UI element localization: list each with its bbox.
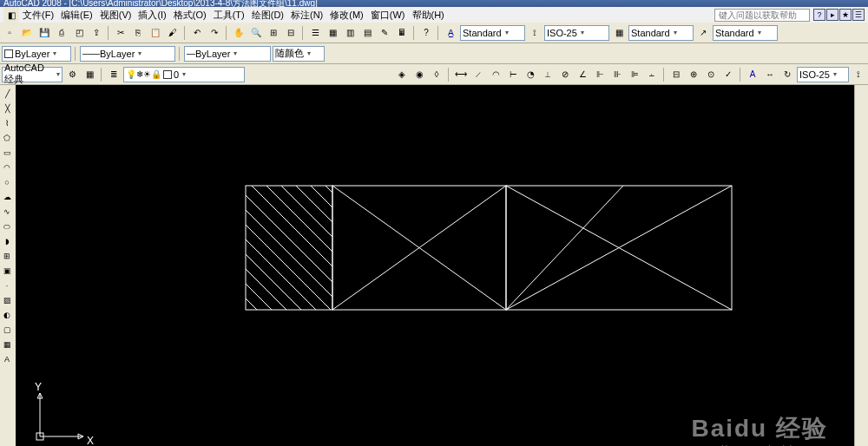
ws-lock-icon[interactable]: ▦	[82, 67, 97, 82]
markup-icon[interactable]: ✎	[377, 25, 392, 41]
help-search-input[interactable]	[714, 9, 810, 22]
dim-aligned-icon[interactable]: ⟋	[470, 67, 486, 82]
menu-view[interactable]: 视图(V)	[96, 8, 135, 23]
rect-icon[interactable]: ▭	[0, 146, 14, 160]
dim-break-icon[interactable]: ⊟	[668, 67, 684, 82]
dim-space-icon[interactable]: ⫠	[644, 67, 660, 82]
dim-style-dropdown[interactable]: ISO-25	[797, 67, 849, 82]
vertical-scrollbar[interactable]	[854, 85, 868, 446]
linetype-dropdown[interactable]: —— ByLayer	[80, 46, 175, 62]
line-icon[interactable]: ╱	[0, 87, 14, 101]
textstyle-icon[interactable]: A̲	[443, 25, 458, 41]
dim-continue-icon[interactable]: ⊫	[627, 67, 642, 82]
color-dropdown[interactable]: ByLayer	[2, 46, 71, 62]
layer-tool2-icon[interactable]: ◉	[411, 67, 427, 82]
toolpal-icon[interactable]: ▥	[342, 25, 358, 41]
menu-file[interactable]: 文件(F)	[19, 8, 57, 23]
menu-format[interactable]: 格式(O)	[170, 8, 210, 23]
calc-icon[interactable]: 🖩	[394, 25, 410, 41]
menu-help[interactable]: 帮助(H)	[409, 8, 448, 23]
dim-tedit-icon[interactable]: ↔	[762, 67, 778, 82]
revcloud-icon[interactable]: ☁	[0, 190, 14, 204]
table-icon[interactable]: ▦	[0, 338, 14, 351]
dim-ordinate-icon[interactable]: ⊢	[505, 67, 521, 82]
new-icon[interactable]: ▫	[2, 25, 17, 41]
sheetset-icon[interactable]: ▤	[359, 25, 375, 41]
tablestyle-dropdown[interactable]: Standard	[628, 25, 694, 41]
lineweight-dropdown[interactable]: — ByLayer	[184, 46, 271, 62]
copy-icon[interactable]: ⎘	[130, 25, 146, 41]
gradient-icon[interactable]: ◐	[0, 308, 14, 322]
point-icon[interactable]: ·	[0, 279, 14, 292]
ws-settings-icon[interactable]: ⚙	[64, 67, 80, 82]
mtext-icon[interactable]: A	[0, 352, 14, 366]
help2-icon[interactable]: ?	[418, 25, 434, 41]
hatch-icon[interactable]: ▨	[0, 293, 14, 307]
dim-linear-icon[interactable]: ⟷	[453, 67, 469, 82]
menu-insert[interactable]: 插入(I)	[135, 8, 169, 23]
dim-diameter-icon[interactable]: ⊘	[557, 67, 573, 82]
insert-icon[interactable]: ⊞	[0, 249, 14, 263]
redo-icon[interactable]: ↷	[207, 25, 222, 41]
spline-icon[interactable]: ∿	[0, 205, 14, 219]
layer-tool1-icon[interactable]: ◈	[394, 67, 410, 82]
layer-tool3-icon[interactable]: ◊	[429, 67, 444, 82]
workspace-dropdown[interactable]: AutoCAD 经典	[2, 67, 62, 82]
zoom-rt-icon[interactable]: 🔍	[248, 25, 264, 41]
circle-icon[interactable]: ○	[0, 175, 14, 189]
open-icon[interactable]: 📂	[19, 25, 35, 41]
dim-arc-icon[interactable]: ◠	[488, 67, 503, 82]
arrow-icon[interactable]: ▸	[826, 9, 838, 21]
xline-icon[interactable]: ╳	[0, 102, 14, 115]
dimstyle-dropdown[interactable]: ISO-25	[544, 25, 609, 41]
plotstyle-dropdown[interactable]: 随颜色	[273, 46, 325, 62]
ellipse-icon[interactable]: ⬭	[0, 220, 14, 233]
menu-tools[interactable]: 工具(T)	[210, 8, 248, 23]
print-icon[interactable]: ⎙	[54, 25, 69, 41]
save-icon[interactable]: 💾	[36, 25, 52, 41]
centermark-icon[interactable]: ⊙	[703, 67, 719, 82]
mleaderstyle-dropdown[interactable]: Standard	[713, 25, 778, 41]
designctr-icon[interactable]: ▦	[325, 25, 340, 41]
preview-icon[interactable]: ◰	[71, 25, 87, 41]
properties-icon[interactable]: ☰	[307, 25, 323, 41]
tolerance-icon[interactable]: ⊕	[686, 67, 701, 82]
pline-icon[interactable]: ⌇	[0, 116, 14, 130]
dim-style-icon[interactable]: ⟟	[851, 67, 866, 82]
dim-quick-icon[interactable]: ⊩	[592, 67, 608, 82]
match-icon[interactable]: 🖌	[165, 25, 181, 41]
undo-icon[interactable]: ↶	[189, 25, 205, 41]
inspect-icon[interactable]: ✓	[720, 67, 736, 82]
zoom-prev-icon[interactable]: ⊟	[283, 25, 299, 41]
layer-dropdown[interactable]: 💡❄☀🔒0	[123, 67, 245, 82]
dim-radius-icon[interactable]: ◔	[523, 67, 538, 82]
menu-draw[interactable]: 绘图(D)	[248, 8, 287, 23]
app-icon[interactable]: ◧	[3, 7, 19, 23]
dim-jogged-icon[interactable]: ⟂	[540, 67, 556, 82]
help-icon[interactable]: ?	[813, 9, 825, 21]
close-icon[interactable]: ☰	[852, 9, 865, 21]
zoom-win-icon[interactable]: ⊞	[266, 25, 281, 41]
drawing-canvas[interactable]: X Y Baidu 经验 jingyan.baidu.com	[16, 85, 854, 446]
block-icon[interactable]: ▣	[0, 264, 14, 278]
arc-icon[interactable]: ◠	[0, 161, 14, 174]
star-icon[interactable]: ★	[839, 9, 852, 21]
paste-icon[interactable]: 📋	[148, 25, 163, 41]
dim-angular-icon[interactable]: ∠	[575, 67, 590, 82]
tablestyle-icon[interactable]: ▦	[611, 25, 627, 41]
pan-icon[interactable]: ✋	[231, 25, 247, 41]
layer-props-icon[interactable]: ≣	[106, 67, 122, 82]
dim-baseline-icon[interactable]: ⊪	[609, 67, 625, 82]
menu-window[interactable]: 窗口(W)	[367, 8, 409, 23]
menu-dimension[interactable]: 标注(N)	[287, 8, 326, 23]
region-icon[interactable]: ▢	[0, 323, 14, 337]
publish-icon[interactable]: ⇪	[89, 25, 104, 41]
menu-edit[interactable]: 编辑(E)	[57, 8, 96, 23]
polygon-icon[interactable]: ⬠	[0, 131, 14, 145]
dim-edit-icon[interactable]: A	[745, 67, 760, 82]
mleaderstyle-icon[interactable]: ↗	[695, 25, 711, 41]
menu-modify[interactable]: 修改(M)	[326, 8, 367, 23]
dimstyle-icon[interactable]: ⟟	[527, 25, 542, 41]
dim-update-icon[interactable]: ↻	[779, 67, 795, 82]
textstyle-dropdown[interactable]: Standard	[460, 25, 525, 41]
